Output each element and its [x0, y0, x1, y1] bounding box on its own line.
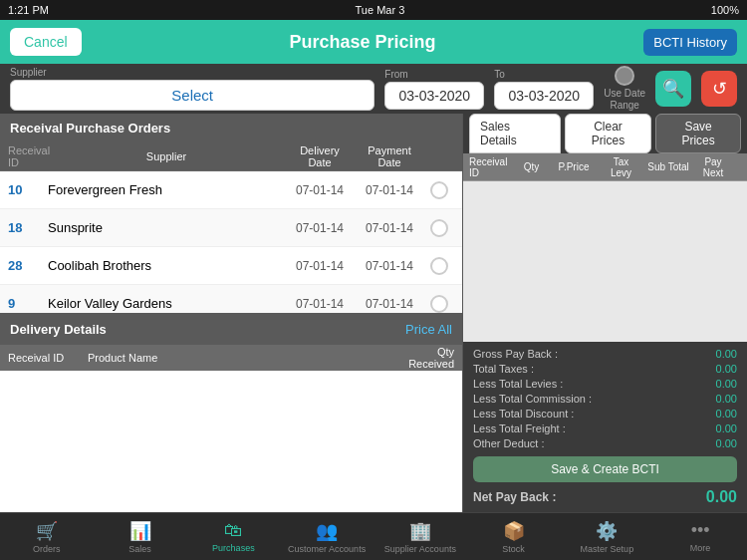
summary-label: Less Total Discount : [473, 408, 574, 420]
tab-label: Master Setup [581, 544, 634, 554]
cell-supplier: Coolibah Brothers [48, 258, 285, 273]
section-header: Receival Purchase Orders [0, 114, 462, 141]
save-create-button[interactable]: Save & Create BCTI [473, 456, 737, 482]
dcol-header-qty: QtyReceived [374, 346, 454, 370]
tabs-row: Sales Details Clear Prices Save Prices [463, 114, 747, 153]
cell-supplier: Keilor Valley Gardens [48, 296, 285, 311]
tab-sales-details[interactable]: Sales Details [469, 114, 561, 153]
tab-bar-item-master-setup[interactable]: ⚙️ Master Setup [561, 513, 654, 560]
save-prices-button[interactable]: Save Prices [655, 114, 741, 153]
summary-row: Other Deduct : 0.00 [473, 437, 737, 449]
tab-icon: 📊 [129, 520, 151, 542]
tab-bar-item-sales[interactable]: 📊 Sales [94, 513, 187, 560]
delivery-section-header: Delivery Details Price All [0, 313, 462, 345]
summary-row: Total Taxes : 0.00 [473, 363, 737, 375]
summary-value: 0.00 [716, 393, 737, 405]
summary-value: 0.00 [716, 348, 737, 360]
dcol-header-id: Receival ID [8, 352, 88, 364]
rcol-subtotal: Sub Total [643, 161, 693, 172]
refresh-button[interactable]: ↺ [701, 71, 737, 107]
cell-id: 28 [8, 258, 48, 273]
supplier-label: Supplier [10, 67, 374, 78]
col-header-delivery: DeliveryDate [285, 144, 355, 168]
status-day: Tue Mar 3 [356, 4, 405, 16]
main-area: Receival Purchase Orders ReceivalID Supp… [0, 114, 747, 512]
clear-prices-button[interactable]: Clear Prices [565, 114, 651, 153]
cell-payment: 07-01-14 [355, 183, 424, 197]
summary-value: 0.00 [716, 378, 737, 390]
table-row[interactable]: 28 Coolibah Brothers 07-01-14 07-01-14 [0, 247, 462, 285]
row-radio[interactable] [430, 219, 448, 237]
delivery-table-body [0, 371, 462, 512]
table-row[interactable]: 18 Sunsprite 07-01-14 07-01-14 [0, 209, 462, 247]
summary-value: 0.00 [716, 422, 737, 434]
summary-label: Less Total Levies : [473, 378, 563, 390]
search-button[interactable]: 🔍 [655, 71, 691, 107]
tab-icon: ⚙️ [596, 520, 618, 542]
summary-row: Less Total Levies : 0.00 [473, 378, 737, 390]
supplier-group: Supplier Select [10, 67, 374, 111]
table-row[interactable]: 9 Keilor Valley Gardens 07-01-14 07-01-1… [0, 285, 462, 313]
section-title: Receival Purchase Orders [10, 121, 170, 136]
summary-row: Less Total Discount : 0.00 [473, 408, 737, 420]
tab-icon: 👥 [316, 520, 338, 542]
cell-check [424, 219, 454, 237]
row-radio[interactable] [430, 181, 448, 199]
summary-row: Gross Pay Back : 0.00 [473, 348, 737, 360]
tab-icon: 🛍 [224, 520, 242, 541]
to-date-input[interactable] [494, 82, 594, 110]
status-battery: 100% [711, 4, 739, 16]
cell-delivery: 07-01-14 [285, 183, 355, 197]
summary-label: Gross Pay Back : [473, 348, 558, 360]
tab-label: Sales [128, 544, 151, 554]
cell-id: 9 [8, 296, 48, 311]
net-pay-label: Net Pay Back : [473, 490, 556, 504]
tab-label: Purchases [212, 543, 255, 553]
cell-supplier: Sunsprite [48, 220, 285, 235]
rcol-pay: PayNext [693, 156, 733, 178]
cell-delivery: 07-01-14 [285, 259, 355, 273]
row-radio[interactable] [430, 295, 448, 313]
to-date-group: To [494, 69, 594, 110]
tab-bar: 🛒 Orders 📊 Sales 🛍 Purchases 👥 Customer … [0, 512, 747, 560]
purchase-orders-table-header: ReceivalID Supplier DeliveryDate Payment… [0, 141, 462, 171]
history-button[interactable]: BCTI History [643, 29, 737, 56]
purchase-orders-table-body: 10 Forevergreen Fresh 07-01-14 07-01-14 … [0, 171, 462, 313]
tab-bar-item-supplier-accounts[interactable]: 🏢 Supplier Accounts [374, 513, 467, 560]
tab-label: Customer Accounts [288, 544, 366, 554]
header: Cancel Purchase Pricing BCTI History [0, 20, 747, 64]
rcol-id: ReceivalID [469, 156, 514, 178]
summary-value: 0.00 [716, 363, 737, 375]
right-table-header: ReceivalID Qty P.Price TaxLevy Sub Total… [463, 153, 747, 181]
price-all-link[interactable]: Price All [405, 322, 452, 337]
left-panel: Receival Purchase Orders ReceivalID Supp… [0, 114, 463, 512]
tab-label: Orders [33, 544, 61, 554]
select-button[interactable]: Select [10, 80, 374, 111]
col-header-id: ReceivalID [8, 144, 48, 168]
rcol-price: P.Price [549, 161, 599, 172]
cell-delivery: 07-01-14 [285, 297, 355, 311]
delivery-table-header: Receival ID Product Name QtyReceived [0, 345, 462, 371]
tab-bar-item-customer-accounts[interactable]: 👥 Customer Accounts [280, 513, 374, 560]
tab-bar-item-stock[interactable]: 📦 Stock [467, 513, 561, 560]
cell-check [424, 295, 454, 313]
from-date-input[interactable] [384, 82, 484, 110]
use-date-toggle[interactable] [615, 66, 634, 86]
from-label: From [384, 69, 484, 80]
use-date-group: Use DateRange [604, 66, 645, 112]
tab-icon: 📦 [503, 520, 525, 542]
col-header-supplier: Supplier [48, 150, 285, 162]
cell-id: 10 [8, 182, 48, 197]
cancel-button[interactable]: Cancel [10, 28, 82, 56]
tab-bar-item-purchases[interactable]: 🛍 Purchases [187, 513, 281, 560]
table-row[interactable]: 10 Forevergreen Fresh 07-01-14 07-01-14 [0, 171, 462, 209]
cell-payment: 07-01-14 [355, 297, 424, 311]
cell-supplier: Forevergreen Fresh [48, 182, 285, 197]
row-radio[interactable] [430, 257, 448, 275]
tab-bar-item-more[interactable]: ••• More [653, 513, 747, 560]
delivery-title: Delivery Details [10, 322, 107, 337]
cell-check [424, 181, 454, 199]
search-icon: 🔍 [662, 78, 684, 100]
tab-bar-item-orders[interactable]: 🛒 Orders [0, 513, 94, 560]
net-pay-row: Net Pay Back : 0.00 [473, 488, 737, 506]
